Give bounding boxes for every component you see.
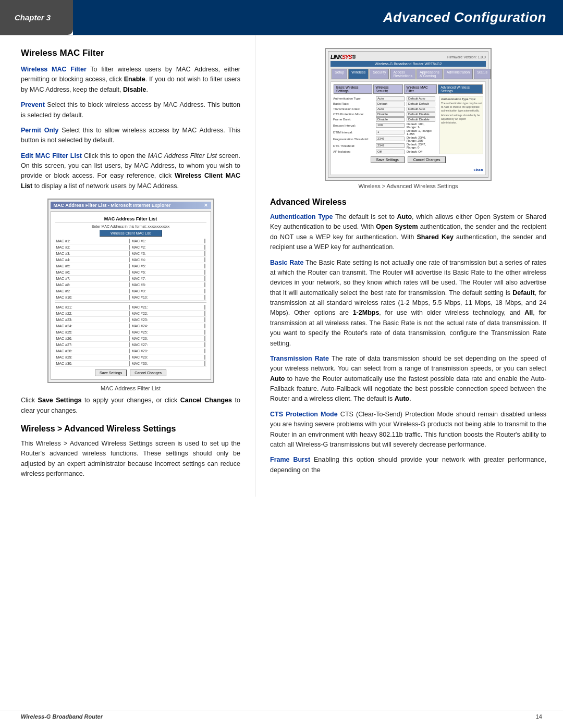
router-bottom-btns: Save Settings Cancel Changes xyxy=(333,156,483,163)
setting-rts: RTS Threshold: 2347 Default: 2347, Range… xyxy=(333,142,435,149)
wireless-mac-filter-section: Wireless MAC Filter Wireless MAC Filter … xyxy=(21,48,240,416)
term-frame-burst: Frame Burst xyxy=(270,456,310,463)
router-logo-bar: LINKSYS® Firmware Version: 1.0.0 xyxy=(331,54,486,60)
wireless-client-mac-btn[interactable]: Wireless Client MAC List xyxy=(100,230,162,237)
cisco-logo: cisco xyxy=(333,165,483,172)
table-row: MAC #21: MAC #21: xyxy=(55,304,206,311)
setting-cts: CTS Protection Mode: Disable Default Dis… xyxy=(333,112,435,117)
table-row: MAC #25: MAC #25: xyxy=(55,329,206,336)
table-row: MAC #22: MAC #22: xyxy=(55,311,206,317)
mac-table-2: MAC #21: MAC #21: MAC #22: MAC #22: xyxy=(55,304,206,367)
advanced-wireless-settings-section: Wireless > Advanced Wireless Settings Th… xyxy=(21,424,240,479)
mac-table: MAC #1: MAC #1: MAC #2: MAC #2: xyxy=(55,238,206,301)
setting-frag: Fragmentation Threshold: 2346 Default: 2… xyxy=(333,135,435,142)
para-basic-rate: Basic Rate The Basic Rate setting is not… xyxy=(270,258,546,349)
table-row: MAC #9: MAC #9: xyxy=(55,288,206,294)
mac-cancel-button[interactable]: Cancel Changes xyxy=(130,369,166,376)
setting-dtim: DTIM Interval: 1 Default: 1, Range: 1-25… xyxy=(333,129,435,135)
advanced-wireless-settings-title: Wireless > Advanced Wireless Settings xyxy=(21,424,240,434)
table-row: MAC #27: MAC #27: xyxy=(55,342,206,348)
page-title: Advanced Configuration xyxy=(383,9,546,26)
nav-security[interactable]: Security xyxy=(370,69,389,79)
table-row: MAC #29: MAC #29: xyxy=(55,354,206,361)
nav-status[interactable]: Status xyxy=(474,69,491,79)
table-row: MAC #4: MAC #4: xyxy=(55,257,206,263)
term-wireless-mac-filter: Wireless MAC Filter xyxy=(21,66,87,73)
table-row: MAC #5: MAC #5: xyxy=(55,263,206,269)
mac-subtitle: Enter MAC Address in this format: xxxxxx… xyxy=(55,225,206,228)
router-model: Firmware Version: 1.0.0 xyxy=(447,55,486,59)
para-cts: CTS Protection Mode CTS (Clear-To-Send) … xyxy=(270,410,546,450)
mac-title: MAC Address Filter List xyxy=(55,215,206,223)
term-auth-type: Authentication Type xyxy=(270,213,333,220)
tab-wireless-security[interactable]: Wireless Security xyxy=(373,84,403,94)
table-row: MAC #2: MAC #2: xyxy=(55,244,206,251)
router-cancel-button[interactable]: Cancel Changes xyxy=(408,156,446,163)
table-row: MAC #23: MAC #23: xyxy=(55,317,206,323)
term-edit-mac-filter: Edit MAC Filter List xyxy=(21,152,82,159)
page-footer: Wireless-G Broadband Router 14 xyxy=(0,710,563,720)
table-row: MAC #3: MAC #3: xyxy=(55,251,206,257)
para-frame-burst: Frame Burst Enabling this option should … xyxy=(270,455,546,475)
term-basic-rate: Basic Rate xyxy=(270,259,303,266)
nav-access[interactable]: Access Restrictions xyxy=(390,69,415,79)
table-row: MAC #6: MAC #6: xyxy=(55,269,206,276)
mac-save-button[interactable]: Save Settings xyxy=(95,369,127,376)
page-header: Chapter 3 Advanced Configuration xyxy=(0,0,563,35)
para-save-settings: Click Save Settings to apply your change… xyxy=(21,396,240,416)
advanced-wireless-title: Advanced Wireless xyxy=(270,198,546,207)
mac-titlebar: MAC Address Filter List - Microsoft Inte… xyxy=(51,202,211,209)
chapter-label: Chapter 3 xyxy=(15,13,51,22)
para-advanced-wireless: This Wireless > Advanced Wireless Settin… xyxy=(21,439,240,479)
router-side-note: Authentication Type Tips: The authentica… xyxy=(439,96,483,154)
term-cts: CTS Protection Mode xyxy=(270,411,338,418)
table-row: MAC #7: MAC #7: xyxy=(55,276,206,282)
footer-page-number: 14 xyxy=(536,713,542,720)
term-permit-only: Permit Only xyxy=(21,127,59,134)
router-save-button[interactable]: Save Settings xyxy=(371,156,405,163)
nav-apps[interactable]: Applications & Gaming xyxy=(417,69,443,79)
left-column: Wireless MAC Filter Wireless MAC Filter … xyxy=(0,35,255,497)
mac-buttons: Save Settings Cancel Changes xyxy=(55,369,206,376)
router-settings-area: Authentication Type: Auto Default Auto B… xyxy=(333,96,483,154)
tab-mac-filter[interactable]: Wireless MAC Filter xyxy=(404,84,437,94)
term-trans-rate: Transmission Rate xyxy=(270,355,329,362)
setting-ap-isolation: AP Isolation: Off Default: Off xyxy=(333,149,435,154)
router-screenshot-container: LINKSYS® Firmware Version: 1.0.0 Wireles… xyxy=(270,48,546,189)
table-row: MAC #10: MAC #10: xyxy=(55,294,206,301)
nav-wireless[interactable]: Wireless xyxy=(348,69,369,79)
header-title-bar: Advanced Configuration xyxy=(73,0,563,35)
para-wireless-mac-filter: Wireless MAC Filter To filter wireless u… xyxy=(21,65,240,95)
right-column: LINKSYS® Firmware Version: 1.0.0 Wireles… xyxy=(255,35,563,497)
linksys-logo: LINKSYS® xyxy=(331,54,356,60)
mac-screenshot-caption: MAC Address Filter List xyxy=(47,385,214,391)
table-row: MAC #30: MAC #30: xyxy=(55,361,206,367)
tab-basic-wireless[interactable]: Basic Wireless Settings xyxy=(334,84,372,94)
table-row: MAC #28: MAC #28: xyxy=(55,348,206,354)
setting-auth-type: Authentication Type: Auto Default Auto xyxy=(333,96,435,101)
table-row: MAC #24: MAC #24: xyxy=(55,323,206,329)
wireless-mac-filter-title: Wireless MAC Filter xyxy=(21,48,240,58)
para-prevent: Prevent Select this to block wireless ac… xyxy=(21,100,240,120)
footer-product-name: Wireless-G Broadband Router xyxy=(21,713,103,720)
mac-screenshot-inner: MAC Address Filter List Enter MAC Addres… xyxy=(51,211,211,380)
mac-screenshot: MAC Address Filter List - Microsoft Inte… xyxy=(47,199,214,383)
router-screenshot: LINKSYS® Firmware Version: 1.0.0 Wireles… xyxy=(325,48,492,181)
mac-screenshot-container: MAC Address Filter List - Microsoft Inte… xyxy=(47,199,214,391)
tab-advanced-wireless[interactable]: Advanced Wireless Settings xyxy=(438,84,483,94)
nav-admin[interactable]: Administration xyxy=(444,69,473,79)
table-row: MAC #26: MAC #26: xyxy=(55,336,206,342)
mac-separator xyxy=(55,302,206,303)
para-edit-mac-filter: Edit MAC Filter List Click this to open … xyxy=(21,151,240,192)
router-content: Basic Wireless Settings Wireless Securit… xyxy=(331,81,486,175)
router-nav: Setup Wireless Security Access Restricti… xyxy=(331,68,486,80)
nav-setup[interactable]: Setup xyxy=(332,69,347,79)
setting-basic-rate: Basic Rate: Default Default Default xyxy=(333,101,435,106)
router-screenshot-caption: Wireless > Advanced Wireless Settings xyxy=(270,183,546,189)
main-content: Wireless MAC Filter Wireless MAC Filter … xyxy=(0,35,563,497)
chapter-tab: Chapter 3 xyxy=(0,0,73,35)
router-brand-bar: Wireless-G Broadband Router WRT54G2 xyxy=(331,61,486,67)
router-settings-grid: Authentication Type: Auto Default Auto B… xyxy=(333,96,435,154)
term-prevent: Prevent xyxy=(21,101,45,108)
para-trans-rate: Transmission Rate The rate of data trans… xyxy=(270,354,546,404)
